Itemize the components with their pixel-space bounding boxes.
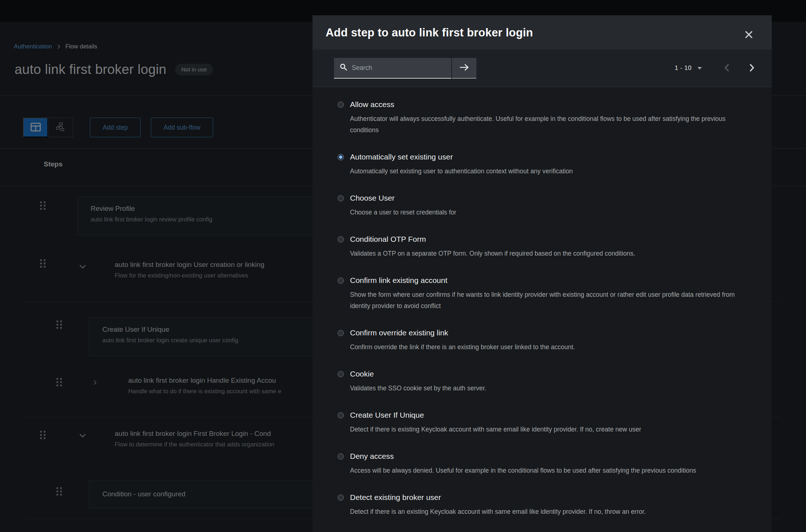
arrow-right-icon xyxy=(460,64,469,72)
close-button[interactable] xyxy=(742,28,756,43)
option-row: Allow access xyxy=(338,100,754,109)
option-row: Conditional OTP Form xyxy=(338,235,754,244)
option-description: Confirm override the link if there is an… xyxy=(350,342,736,353)
search-group xyxy=(334,58,476,79)
step-option[interactable]: Deny accessAccess will be always denied.… xyxy=(338,452,754,476)
option-row: Confirm override existing link xyxy=(338,328,754,337)
option-row: Confirm link existing account xyxy=(338,276,754,285)
option-description: Choose a user to reset credentials for xyxy=(350,207,736,218)
step-option[interactable]: Create User If UniqueDetect if there is … xyxy=(338,411,754,435)
step-option[interactable]: Allow accessAuthenticator will always su… xyxy=(338,100,754,136)
radio-button[interactable] xyxy=(338,195,344,201)
option-description: Detect if there is an existing Keycloak … xyxy=(350,506,736,517)
search-box xyxy=(334,58,451,79)
radio-button[interactable] xyxy=(338,330,344,336)
option-label: Choose User xyxy=(350,194,395,202)
option-description: Validates a OTP on a separate OTP form. … xyxy=(350,248,736,259)
pagination-prev-button[interactable] xyxy=(724,64,729,73)
chevron-right-icon xyxy=(750,64,754,73)
option-label: Detect existing broker user xyxy=(350,493,441,502)
option-row: Detect existing broker user xyxy=(338,493,754,502)
pagination-next-button[interactable] xyxy=(750,64,754,73)
option-label: Cookie xyxy=(350,370,374,378)
search-icon xyxy=(340,63,347,72)
option-description: Detect if there is existing Keycloak acc… xyxy=(350,424,736,435)
option-description: Access will be always denied. Useful for… xyxy=(350,465,736,476)
option-label: Confirm link existing account xyxy=(350,276,447,285)
radio-button[interactable] xyxy=(338,277,344,284)
pagination-range: 1 - 10 xyxy=(675,64,692,72)
close-icon xyxy=(745,34,753,40)
chevron-down-icon[interactable] xyxy=(697,67,702,70)
modal-header: Add step to auto link first broker login xyxy=(312,15,772,50)
radio-button[interactable] xyxy=(338,371,344,377)
step-option[interactable]: Confirm link existing accountShow the fo… xyxy=(338,276,754,312)
radio-button[interactable] xyxy=(338,412,344,418)
radio-button[interactable] xyxy=(338,154,344,160)
option-row: Choose User xyxy=(338,194,754,202)
pagination: 1 - 10 xyxy=(675,64,754,73)
modal-title: Add step to auto link first broker login xyxy=(326,26,754,39)
option-row: Automatically set existing user xyxy=(338,153,754,161)
search-input[interactable] xyxy=(352,64,447,72)
option-description: Automatically set existing user to authe… xyxy=(350,166,736,177)
radio-button[interactable] xyxy=(338,102,344,108)
option-row: Deny access xyxy=(338,452,754,461)
add-step-modal: Add step to auto link first broker login… xyxy=(312,15,772,532)
radio-button[interactable] xyxy=(338,453,344,460)
modal-toolbar: 1 - 10 xyxy=(312,50,772,87)
step-options-list: Allow accessAuthenticator will always su… xyxy=(312,87,772,532)
chevron-left-icon xyxy=(724,64,729,73)
option-label: Deny access xyxy=(350,452,394,461)
option-description: Authenticator will always successfully a… xyxy=(350,113,736,136)
option-label: Confirm override existing link xyxy=(350,328,448,337)
step-option[interactable]: Automatically set existing userAutomatic… xyxy=(338,153,754,177)
option-label: Conditional OTP Form xyxy=(350,235,426,244)
step-option[interactable]: Confirm override existing linkConfirm ov… xyxy=(338,328,754,353)
search-submit-button[interactable] xyxy=(452,58,476,79)
option-label: Create User If Unique xyxy=(350,411,424,419)
option-row: Create User If Unique xyxy=(338,411,754,419)
step-option[interactable]: CookieValidates the SSO cookie set by th… xyxy=(338,370,754,394)
option-description: Show the form where user confirms if he … xyxy=(350,289,736,312)
option-label: Automatically set existing user xyxy=(350,153,453,161)
step-option[interactable]: Conditional OTP FormValidates a OTP on a… xyxy=(338,235,754,259)
option-label: Allow access xyxy=(350,100,394,109)
option-row: Cookie xyxy=(338,370,754,378)
radio-button[interactable] xyxy=(338,236,344,243)
option-description: Validates the SSO cookie set by the auth… xyxy=(350,383,736,394)
radio-button[interactable] xyxy=(338,494,344,501)
step-option[interactable]: Detect existing broker userDetect if the… xyxy=(338,493,754,517)
step-option[interactable]: Choose UserChoose a user to reset creden… xyxy=(338,194,754,218)
